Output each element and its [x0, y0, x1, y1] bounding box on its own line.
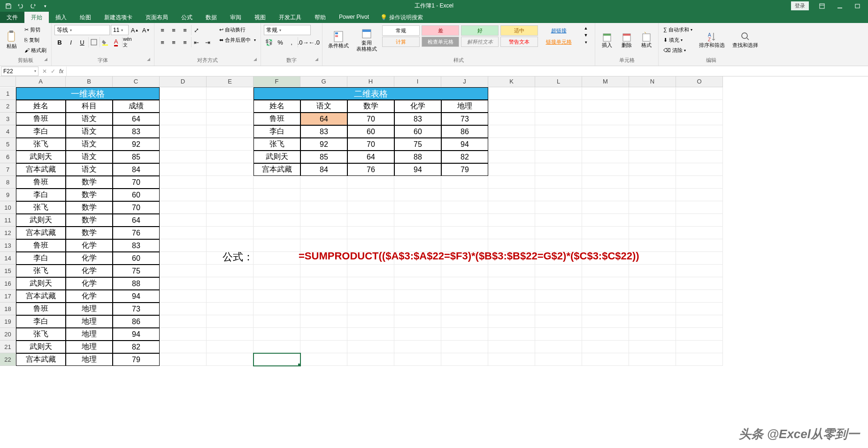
- align-middle-icon[interactable]: ≡: [169, 25, 179, 35]
- cell-C20[interactable]: 94: [113, 328, 160, 341]
- decrease-font-icon[interactable]: A▼: [141, 25, 151, 35]
- tell-me[interactable]: 💡 操作说明搜索: [376, 12, 428, 23]
- cell-K9[interactable]: [488, 189, 535, 201]
- cell-G15[interactable]: [300, 265, 347, 277]
- cell-D10[interactable]: [160, 201, 207, 214]
- style-link[interactable]: 超链接: [540, 25, 577, 36]
- cell-E13[interactable]: [207, 239, 253, 252]
- cell-G2[interactable]: 语文: [300, 100, 347, 113]
- cell-J8[interactable]: [441, 176, 488, 189]
- cell-L13[interactable]: [535, 239, 582, 252]
- cell-A16[interactable]: 武则天: [16, 277, 66, 290]
- cell-C11[interactable]: 64: [113, 214, 160, 227]
- increase-indent-icon[interactable]: ⇥: [202, 37, 213, 47]
- row-header-10[interactable]: 10: [0, 201, 16, 214]
- redo-icon[interactable]: [27, 1, 38, 11]
- cell-N1[interactable]: [629, 87, 676, 100]
- cell-D2[interactable]: [160, 100, 207, 113]
- cell-D8[interactable]: [160, 176, 207, 189]
- cell-H4[interactable]: 60: [347, 125, 394, 138]
- cell-B14[interactable]: 化学: [66, 252, 113, 265]
- cell-E17[interactable]: [207, 290, 253, 303]
- cell-I12[interactable]: [394, 227, 441, 239]
- dialog-launcher-icon[interactable]: ◢: [253, 57, 257, 61]
- cell-A11[interactable]: 武则天: [16, 214, 66, 227]
- cell-L10[interactable]: [535, 201, 582, 214]
- cell-H10[interactable]: [347, 201, 394, 214]
- cell-I9[interactable]: [394, 189, 441, 201]
- cell-B6[interactable]: 语文: [66, 151, 113, 163]
- cell-E5[interactable]: [207, 138, 253, 151]
- cell-C15[interactable]: 75: [113, 265, 160, 277]
- cell-O11[interactable]: [676, 214, 723, 227]
- cell-H5[interactable]: 70: [347, 138, 394, 151]
- cell-I13[interactable]: [394, 239, 441, 252]
- cell-D12[interactable]: [160, 227, 207, 239]
- cell-H18[interactable]: [347, 303, 394, 315]
- cell-J18[interactable]: [441, 303, 488, 315]
- cell-I21[interactable]: [394, 341, 441, 353]
- col-header-M[interactable]: M: [582, 76, 629, 87]
- accounting-icon[interactable]: 💱: [264, 37, 274, 47]
- cell-B10[interactable]: 数学: [66, 201, 113, 214]
- cell-G17[interactable]: [300, 290, 347, 303]
- style-scroll-up[interactable]: ▲: [581, 25, 591, 31]
- cell-J16[interactable]: [441, 277, 488, 290]
- cell-H7[interactable]: 76: [347, 163, 394, 176]
- cell-D21[interactable]: [160, 341, 207, 353]
- cell-L4[interactable]: [535, 125, 582, 138]
- row-header-3[interactable]: 3: [0, 113, 16, 125]
- cell-O22[interactable]: [676, 353, 723, 366]
- cell-F5[interactable]: 张飞: [253, 138, 300, 151]
- cell-A1[interactable]: 一维表格: [16, 87, 160, 100]
- cell-F18[interactable]: [253, 303, 300, 315]
- cell-E10[interactable]: [207, 201, 253, 214]
- cancel-formula-icon[interactable]: ✕: [42, 68, 47, 75]
- percent-icon[interactable]: %: [275, 37, 285, 47]
- cell-A7[interactable]: 宫本武藏: [16, 163, 66, 176]
- cell-B17[interactable]: 化学: [66, 290, 113, 303]
- tab-data[interactable]: 数据: [199, 12, 223, 23]
- dialog-launcher-icon[interactable]: ◢: [315, 57, 318, 61]
- cell-A15[interactable]: 张飞: [16, 265, 66, 277]
- cell-M17[interactable]: [582, 290, 629, 303]
- col-header-L[interactable]: L: [535, 76, 582, 87]
- format-table-button[interactable]: 套用 表格格式: [353, 25, 380, 55]
- cell-C13[interactable]: 83: [113, 239, 160, 252]
- cell-G16[interactable]: [300, 277, 347, 290]
- cell-L12[interactable]: [535, 227, 582, 239]
- cell-J12[interactable]: [441, 227, 488, 239]
- bold-button[interactable]: B: [54, 37, 65, 47]
- autosum-button[interactable]: ∑自动求和▾: [661, 25, 694, 34]
- cell-M7[interactable]: [582, 163, 629, 176]
- insert-cells-button[interactable]: 插入: [598, 25, 616, 55]
- style-scroll-down[interactable]: ▼: [581, 32, 591, 38]
- cell-G12[interactable]: [300, 227, 347, 239]
- cell-I4[interactable]: 60: [394, 125, 441, 138]
- cell-B7[interactable]: 语文: [66, 163, 113, 176]
- cell-D9[interactable]: [160, 189, 207, 201]
- row-header-2[interactable]: 2: [0, 100, 16, 113]
- cell-G18[interactable]: [300, 303, 347, 315]
- cell-G5[interactable]: 92: [300, 138, 347, 151]
- cell-J21[interactable]: [441, 341, 488, 353]
- cell-D15[interactable]: [160, 265, 207, 277]
- tab-formulas[interactable]: 公式: [175, 12, 199, 23]
- cell-L2[interactable]: [535, 100, 582, 113]
- cell-J3[interactable]: 73: [441, 113, 488, 125]
- cell-N17[interactable]: [629, 290, 676, 303]
- cell-D20[interactable]: [160, 328, 207, 341]
- cell-E2[interactable]: [207, 100, 253, 113]
- cell-N15[interactable]: [629, 265, 676, 277]
- cell-E9[interactable]: [207, 189, 253, 201]
- cell-K22[interactable]: [488, 353, 535, 366]
- sort-filter-button[interactable]: AZ排序和筛选: [696, 25, 728, 55]
- cell-G21[interactable]: [300, 341, 347, 353]
- border-button[interactable]: [88, 37, 99, 47]
- cell-A10[interactable]: 张飞: [16, 201, 66, 214]
- cell-L3[interactable]: [535, 113, 582, 125]
- row-header-16[interactable]: 16: [0, 277, 16, 290]
- cell-L11[interactable]: [535, 214, 582, 227]
- cell-K18[interactable]: [488, 303, 535, 315]
- paste-button[interactable]: 粘贴: [3, 25, 21, 55]
